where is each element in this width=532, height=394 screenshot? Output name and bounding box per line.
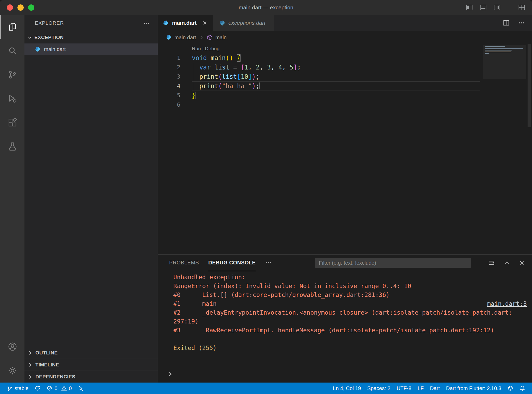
code-editor[interactable]: Run | Debug 1 void main() { 2 var list =… [158,44,532,254]
encoding: UTF-8 [397,385,411,391]
section-outline[interactable]: OUTLINE [24,347,158,359]
line-number[interactable]: 5 [158,91,192,100]
line-number[interactable]: 3 [158,72,192,81]
line-number[interactable]: 4 [158,81,192,91]
activity-run-debug[interactable] [0,87,24,111]
code-token: 4 [278,64,282,71]
close-tab-icon[interactable] [202,20,208,26]
code-token: list [222,73,237,80]
console-line: #0 List.[] (dart:core-patch/growable_arr… [173,290,528,299]
dart-file-icon [35,46,41,52]
section-outline-label: OUTLINE [35,350,58,356]
code-token: 10 [241,73,248,80]
layout-panel-icon[interactable] [480,4,487,11]
activity-search[interactable] [0,39,24,63]
panel-more-tabs-icon[interactable] [265,259,272,266]
chevron-right-icon [27,350,33,356]
status-indentation[interactable]: Spaces: 2 [364,383,394,394]
code-line-3[interactable]: 3 print(list[10]); [158,72,480,81]
console-line: Unhandled exception: [173,273,528,282]
breadcrumb: main.dart main [158,31,532,44]
code-token: 1 [244,64,248,71]
prompt-chevron-icon [166,371,173,378]
testing-icon [8,142,17,151]
status-branch[interactable]: stable [4,383,31,394]
codelens-run-link[interactable]: Run [192,46,201,51]
activity-extensions[interactable] [0,111,24,135]
clear-console-icon[interactable] [488,259,495,266]
activity-accounts[interactable] [0,335,24,359]
layout-sidebar-right-icon[interactable] [493,4,501,11]
code-token: [ [241,64,244,71]
folder-section-exception[interactable]: EXCEPTION [24,31,158,43]
code-token: print [199,73,218,80]
line-number[interactable]: 6 [158,100,192,110]
breadcrumb-symbol[interactable]: main [215,35,226,41]
status-eol[interactable]: LF [415,383,427,394]
status-sdk-version[interactable]: Dart from Flutter: 2.10.3 [443,383,504,394]
tab-exceptions-dart[interactable]: exceptions.dart [213,15,274,31]
code-line-4-current[interactable]: 4 print("ha ha "); [158,81,480,91]
console-line: 297:19) [173,317,528,326]
line-number[interactable]: 1 [158,53,192,63]
explorer-more-actions-icon[interactable] [143,20,150,27]
close-panel-icon[interactable] [518,259,525,266]
minimap[interactable] [483,45,526,123]
window-controls [0,4,34,11]
panel-tab-problems[interactable]: PROBLEMS [169,255,199,271]
activity-source-control[interactable] [0,63,24,87]
file-item-main-dart[interactable]: main.dart [24,43,158,55]
console-line: #1 mainmain.dart:3 [173,299,528,308]
codelens-debug-link[interactable]: Debug [205,46,219,51]
tab-main-dart[interactable]: main.dart [158,15,213,31]
bottom-panel: PROBLEMS DEBUG CONSOLE [158,254,532,383]
status-notifications[interactable] [516,383,528,394]
code-line-5[interactable]: 5 } [158,91,480,100]
console-exit-line: Exited (255) [173,344,528,352]
settings-gear-icon [8,366,17,376]
code-token [211,64,214,71]
activity-explorer[interactable] [0,15,24,39]
error-icon [47,385,52,391]
close-window-button[interactable] [7,4,13,11]
console-input[interactable] [166,369,528,379]
status-encoding[interactable]: UTF-8 [394,383,415,394]
code-token: } [192,92,195,99]
code-line-1[interactable]: 1 void main() { [158,53,480,63]
status-feedback[interactable] [504,383,516,394]
console-filter-input[interactable] [315,258,471,268]
scrollbar-handle[interactable] [528,44,531,127]
status-sync[interactable] [31,383,43,394]
stack-frame-source-link[interactable]: main.dart:3 [487,299,528,308]
section-timeline[interactable]: TIMELINE [24,359,158,371]
editor-more-actions-icon[interactable] [518,20,525,26]
breadcrumb-file[interactable]: main.dart [174,35,196,41]
layout-sidebar-left-icon[interactable] [466,4,473,11]
minimize-window-button[interactable] [17,4,24,11]
code-token: var [199,64,211,71]
zoom-window-button[interactable] [28,4,34,11]
panel-tab-debug-console[interactable]: DEBUG CONSOLE [208,255,256,271]
feedback-icon [508,385,513,391]
maximize-panel-icon[interactable] [503,259,510,266]
activity-settings[interactable] [0,359,24,383]
status-cursor-position[interactable]: Ln 4, Col 19 [330,383,364,394]
minimap-slider[interactable] [483,45,526,79]
line-number[interactable]: 2 [158,63,192,72]
editor-scrollbar[interactable] [527,44,532,254]
section-dependencies[interactable]: DEPENDENCIES [24,371,158,383]
customize-layout-icon[interactable] [518,4,525,11]
code-token: 2 [256,64,259,71]
panel-tab-label: PROBLEMS [169,260,199,266]
status-problems[interactable]: 0 0 [43,383,75,394]
code-token [192,64,199,71]
status-debug[interactable] [75,383,87,394]
split-editor-icon[interactable] [503,20,510,26]
code-token [192,82,199,90]
code-token: ) [252,82,256,90]
activity-testing[interactable] [0,135,24,158]
code-line-2[interactable]: 2 var list = [1, 2, 3, 4, 5]; [158,63,480,72]
code-line-6[interactable]: 6 [158,100,480,110]
section-dependencies-label: DEPENDENCIES [35,374,75,380]
status-language[interactable]: Dart [427,383,443,394]
